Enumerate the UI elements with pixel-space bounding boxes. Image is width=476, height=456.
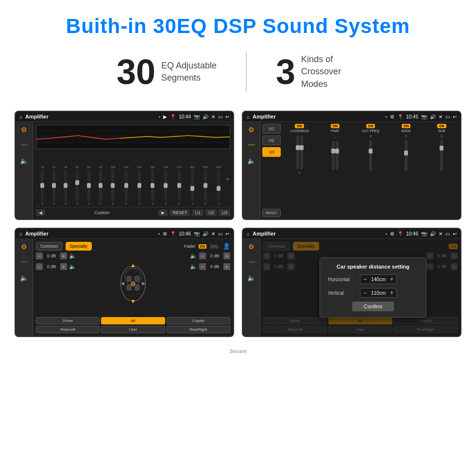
- close-icon-1[interactable]: ✕: [211, 114, 215, 119]
- camera-icon-4[interactable]: 📷: [421, 231, 427, 236]
- band-50[interactable]: 50 5: [76, 166, 79, 205]
- close-icon-4[interactable]: ✕: [439, 231, 442, 236]
- loudness-on-btn[interactable]: ON: [295, 124, 304, 128]
- db-plus-3-button[interactable]: +: [223, 253, 230, 259]
- volume-icon-4[interactable]: 🔊: [430, 231, 436, 236]
- db-minus-3-button[interactable]: −: [199, 253, 206, 259]
- all-button[interactable]: All: [101, 317, 165, 324]
- close-icon-3[interactable]: ✕: [211, 231, 215, 236]
- db-plus-4-button[interactable]: +: [223, 263, 230, 270]
- band-630[interactable]: 630 -1: [216, 166, 221, 205]
- band-400[interactable]: 400 -1: [190, 166, 195, 205]
- band-63[interactable]: 63 0: [87, 166, 91, 205]
- db-plus-1-button[interactable]: +: [60, 253, 67, 259]
- window-icon-1[interactable]: ▭: [218, 114, 222, 119]
- band-320[interactable]: 320 0: [177, 166, 182, 205]
- camera-icon-3[interactable]: 📷: [194, 231, 200, 236]
- home-icon-3[interactable]: ⌂: [19, 231, 22, 236]
- volume-icon-2[interactable]: 🔊: [430, 114, 436, 119]
- db-minus-1-button[interactable]: −: [36, 253, 43, 259]
- next-preset-button[interactable]: ▶: [158, 209, 168, 216]
- back-icon-4[interactable]: ↩: [453, 231, 457, 236]
- u3-button[interactable]: U3: [219, 209, 230, 216]
- home-icon-4[interactable]: ⌂: [247, 231, 250, 236]
- sub-on-btn[interactable]: ON: [437, 124, 446, 128]
- horizontal-value: 140cm: [369, 277, 388, 282]
- band-25[interactable]: 25 0: [41, 166, 44, 205]
- u1-crossover-button[interactable]: U1: [262, 124, 281, 134]
- volume-icon-1[interactable]: 🔊: [203, 114, 208, 119]
- speaker-icon-3[interactable]: 🔈: [20, 274, 28, 282]
- cutfreq-on-btn[interactable]: ON: [366, 124, 375, 128]
- more-bands-icon[interactable]: »: [226, 175, 229, 182]
- speaker-icon-2[interactable]: 🔈: [247, 157, 255, 165]
- band-40[interactable]: 40 0: [64, 166, 68, 205]
- eq-icon-4[interactable]: ⚙: [248, 243, 255, 251]
- vertical-plus-button[interactable]: +: [390, 289, 393, 296]
- wave-icon-2[interactable]: 〰: [248, 141, 255, 149]
- common-mode-button[interactable]: Common: [36, 242, 63, 251]
- fader-on-indicator[interactable]: ON: [199, 244, 207, 249]
- eq-icon-2[interactable]: ⚙: [248, 126, 255, 134]
- window-icon-2[interactable]: ▭: [445, 114, 450, 119]
- speaker-left-controls: − 0 dB + 🔈 − 0 dB + 🔈: [36, 253, 76, 314]
- band-500[interactable]: 500 0: [203, 166, 208, 205]
- reset-crossover-button[interactable]: RESET: [262, 209, 281, 217]
- horizontal-minus-button[interactable]: −: [363, 276, 367, 283]
- time-4: 10:46: [406, 231, 418, 236]
- u2-crossover-button[interactable]: U2: [262, 135, 281, 145]
- camera-icon-1[interactable]: 📷: [194, 114, 200, 119]
- copilot-button[interactable]: Copilot: [167, 317, 230, 324]
- window-icon-4[interactable]: ▭: [445, 231, 450, 236]
- horizontal-value-box: − 140cm +: [360, 274, 397, 284]
- speaker-icon-4[interactable]: 🔈: [247, 274, 255, 282]
- volume-icon-3[interactable]: 🔊: [203, 231, 208, 236]
- home-icon-1[interactable]: ⌂: [19, 114, 22, 119]
- reset-button[interactable]: RESET: [170, 209, 190, 216]
- u3-crossover-button[interactable]: U3: [262, 147, 281, 157]
- settings-icon-2[interactable]: ⚙: [390, 114, 394, 119]
- db-minus-4-button[interactable]: −: [199, 263, 206, 270]
- specialty-mode-button[interactable]: Specialty: [66, 242, 92, 251]
- band-25-slider[interactable]: [41, 169, 44, 201]
- back-icon-2[interactable]: ↩: [453, 114, 457, 119]
- band-80[interactable]: 80 0: [99, 166, 102, 205]
- settings-icon-4[interactable]: ⚙: [390, 231, 394, 236]
- confirm-button[interactable]: Confirm: [352, 302, 394, 311]
- rearright-button[interactable]: RearRight: [167, 326, 230, 333]
- band-200[interactable]: 200 0: [150, 166, 155, 205]
- window-icon-3[interactable]: ▭: [218, 231, 222, 236]
- vertical-minus-button[interactable]: −: [363, 289, 367, 296]
- play-icon-1[interactable]: ▶: [163, 114, 167, 119]
- home-icon-2[interactable]: ⌂: [247, 114, 250, 119]
- band-160[interactable]: 160 0: [137, 166, 142, 205]
- db-minus-2-button[interactable]: −: [36, 263, 43, 270]
- band-125[interactable]: 125 0: [124, 166, 129, 205]
- db-value-3: 0 dB: [208, 253, 221, 258]
- prev-preset-button[interactable]: ◀: [36, 209, 45, 216]
- wave-icon-1[interactable]: 〰: [21, 141, 28, 149]
- u2-button[interactable]: U2: [205, 209, 217, 216]
- rearleft-button[interactable]: RearLeft: [36, 326, 100, 333]
- eq-icon-1[interactable]: ⚙: [21, 126, 27, 134]
- settings-icon-3[interactable]: ⚙: [163, 231, 167, 236]
- driver-button[interactable]: Driver: [36, 317, 100, 324]
- wave-icon-4[interactable]: 〰: [248, 258, 255, 266]
- u1-button[interactable]: U1: [192, 209, 204, 216]
- band-32[interactable]: 32 0: [52, 166, 56, 205]
- user-button[interactable]: User: [101, 326, 165, 333]
- location-icon-2: 📍: [397, 114, 403, 119]
- band-100[interactable]: 100 0: [110, 166, 115, 205]
- speaker-icon-1[interactable]: 🔈: [20, 157, 28, 165]
- eq-icon-3[interactable]: ⚙: [21, 243, 27, 251]
- back-icon-3[interactable]: ↩: [225, 231, 229, 236]
- back-icon-1[interactable]: ↩: [225, 114, 229, 119]
- phat-on-btn[interactable]: ON: [331, 124, 340, 128]
- horizontal-plus-button[interactable]: +: [390, 276, 393, 283]
- camera-icon-2[interactable]: 📷: [421, 114, 427, 119]
- bass-on-btn[interactable]: ON: [402, 124, 411, 128]
- db-plus-2-button[interactable]: +: [60, 263, 67, 270]
- band-250[interactable]: 250 0: [163, 166, 168, 205]
- wave-icon-3[interactable]: 〰: [21, 258, 28, 266]
- close-icon-2[interactable]: ✕: [439, 114, 442, 119]
